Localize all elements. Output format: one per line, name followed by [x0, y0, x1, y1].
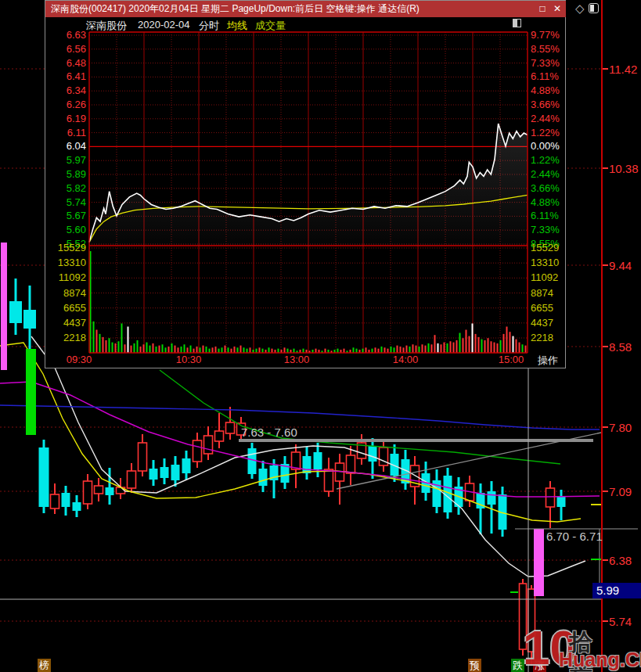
volume-bar: [356, 349, 358, 353]
volume-bar: [378, 349, 380, 353]
volume-bar: [200, 347, 201, 353]
volume-bar: [240, 346, 242, 353]
percent-axis-label: 2.44%: [531, 113, 560, 124]
volume-bar: [428, 343, 430, 353]
volume-bar: [337, 349, 339, 353]
time-axis-label: 10:30: [169, 354, 208, 365]
volume-bar: [491, 341, 492, 353]
volume-bar: [416, 346, 417, 353]
volume-bar: [206, 347, 207, 353]
current-price-badge: 5.99: [592, 583, 641, 598]
volume-bar: [384, 347, 386, 353]
price-axis-label: 6.19: [52, 113, 86, 124]
volume-bar: [447, 343, 448, 353]
percent-axis-label: 6.11%: [531, 71, 559, 82]
volume-bar: [156, 347, 157, 353]
price-axis-label: 6.56: [52, 44, 86, 55]
volume-axis-label: 13310: [52, 257, 86, 268]
candle-body-down: [149, 469, 158, 480]
price-axis-label: 6.11: [52, 128, 86, 138]
price-axis-label: 5.67: [52, 210, 86, 221]
market-badge[interactable]: 跌: [511, 659, 524, 672]
volume-bar: [221, 347, 223, 353]
volume-bar: [500, 340, 502, 353]
app-root: 11.4210.389.448.587.807.096.385.74 5.99 …: [0, 0, 641, 672]
volume-bar: [400, 347, 402, 353]
percent-axis-label: 3.66%: [531, 183, 560, 194]
intraday-window: 深南股份(002417) 2020年02月04日 星期二 PageUp/Down…: [45, 0, 566, 368]
volume-bar: [187, 347, 189, 353]
candle-body-up: [193, 440, 202, 462]
volume-bar: [178, 347, 179, 353]
daily-price-label: 11.42: [609, 63, 637, 76]
volume-bar: [146, 343, 148, 353]
candle-body-down: [314, 452, 322, 469]
volume-axis-label: 4437: [52, 318, 86, 329]
volume-bar: [456, 340, 458, 353]
time-axis-label: 14:00: [386, 354, 425, 365]
volume-bar: [478, 337, 480, 353]
ma-blue: [0, 405, 600, 429]
volume-bar: [268, 347, 270, 353]
volume-bar: [453, 343, 455, 353]
volume-bar: [425, 346, 427, 353]
percent-axis-label: 0.00%: [531, 141, 560, 152]
volume-bar: [93, 322, 95, 353]
volume-bar: [397, 346, 398, 353]
volume-bar: [375, 347, 376, 353]
time-axis-label: 13:00: [277, 354, 316, 365]
candle-body-up: [528, 589, 535, 652]
candle-body-down: [39, 447, 49, 507]
volume-axis-label: 6655: [531, 303, 553, 314]
price-axis-label: 5.60: [52, 225, 86, 235]
volume-bar: [175, 346, 176, 353]
candle-body-down: [248, 448, 257, 474]
volume-bar: [422, 344, 423, 353]
volume-axis-label: 15529: [52, 243, 86, 253]
volume-bar: [353, 347, 355, 353]
volume-bar: [212, 347, 214, 353]
volume-bar: [325, 349, 326, 353]
volume-bar: [481, 340, 483, 353]
volume-bar: [112, 343, 113, 353]
volume-bar: [159, 346, 160, 353]
volume-bar: [475, 334, 477, 353]
volume-bar: [463, 338, 464, 353]
percent-axis-label: 1.22%: [531, 128, 560, 138]
range-tag: 6.70 - 6.71: [546, 530, 603, 543]
volume-bar: [450, 341, 452, 353]
market-badge[interactable]: 榜: [38, 659, 51, 672]
candle-body-down: [259, 469, 268, 486]
candle-body-down: [369, 446, 377, 462]
volume-bar: [381, 347, 383, 353]
candle-body-down: [303, 456, 311, 473]
volume-bar: [434, 335, 436, 353]
percent-axis-label: 3.66%: [531, 99, 560, 110]
candle-body-up: [226, 422, 235, 433]
volume-bar: [99, 334, 101, 353]
volume-bar: [494, 343, 495, 353]
volume-axis-label: 8874: [52, 288, 86, 299]
volume-bar: [278, 349, 279, 353]
diamond-icon[interactable]: ◇: [575, 2, 585, 16]
volume-bar: [225, 346, 226, 353]
volume-bar: [409, 347, 411, 353]
volume-bar: [109, 338, 110, 353]
volume-axis-label: 2218: [52, 332, 86, 343]
volume-bar: [516, 340, 517, 353]
price-axis-label: 6.26: [52, 99, 86, 110]
candle-body-up: [546, 488, 555, 507]
price-axis-label: 6.41: [52, 71, 86, 82]
price-axis-label: 6.34: [52, 85, 86, 96]
volume-bar: [118, 341, 120, 353]
volume-bar: [262, 349, 264, 353]
volume-bar: [203, 346, 204, 353]
volume-bar: [488, 338, 489, 353]
action-button[interactable]: 操作: [538, 354, 558, 368]
volume-bar: [284, 347, 286, 353]
price-axis-label: 6.63: [52, 30, 86, 41]
market-badge[interactable]: 涨: [533, 659, 546, 672]
market-badge[interactable]: 预: [468, 659, 481, 672]
panel-toggle-icon[interactable]: [589, 3, 599, 13]
volume-bar: [259, 347, 261, 353]
